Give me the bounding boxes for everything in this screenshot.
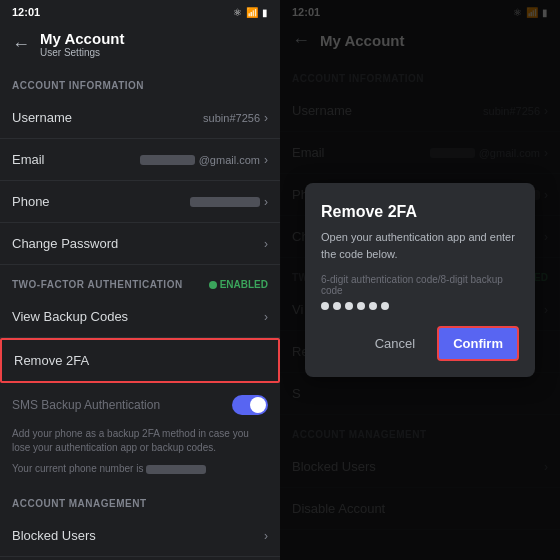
wifi-icon: 📶 [246, 7, 258, 18]
left-backup-codes-label: View Backup Codes [12, 309, 128, 324]
chevron-icon: › [264, 195, 268, 209]
chevron-icon: › [264, 310, 268, 324]
chevron-icon: › [264, 153, 268, 167]
left-2fa-badge: ENABLED [209, 279, 268, 290]
left-2fa-header: TWO-FACTOR AUTHENTICATION [12, 279, 183, 290]
input-dot-3 [345, 302, 353, 310]
enabled-dot [209, 281, 217, 289]
battery-icon: ▮ [262, 7, 268, 18]
left-top-bar: ← My Account User Settings [0, 22, 280, 66]
left-sms-description: Add your phone as a backup 2FA method in… [0, 419, 280, 459]
input-dot-1 [321, 302, 329, 310]
left-title-group: My Account User Settings [40, 30, 124, 58]
left-phone-item[interactable]: Phone › [0, 181, 280, 223]
left-username-label: Username [12, 110, 72, 125]
left-sms-item: SMS Backup Authentication [0, 383, 280, 419]
modal-body: Open your authentication app and enter t… [321, 229, 519, 262]
input-dot-5 [369, 302, 377, 310]
left-account-mgmt-header: ACCOUNT MANAGEMENT [0, 484, 280, 515]
left-username-item[interactable]: Username subin#7256 › [0, 97, 280, 139]
modal-buttons: Cancel Confirm [321, 326, 519, 361]
chevron-icon: › [264, 529, 268, 543]
left-username-value: subin#7256 › [203, 111, 268, 125]
left-blocked-users-label: Blocked Users [12, 528, 96, 543]
left-account-info-header: ACCOUNT INFORMATION [0, 66, 280, 97]
modal-input-field [321, 302, 519, 310]
left-2fa-header-row: TWO-FACTOR AUTHENTICATION ENABLED [0, 265, 280, 296]
modal-input-hint: 6-digit authentication code/8-digit back… [321, 274, 519, 296]
left-phone-value: › [190, 195, 268, 209]
left-blocked-users-item[interactable]: Blocked Users › [0, 515, 280, 557]
input-dot-4 [357, 302, 365, 310]
left-sms-toggle[interactable] [232, 395, 268, 415]
left-status-icons: ⚛ 📶 ▮ [233, 7, 268, 18]
left-phone-note: Your current phone number is [0, 459, 280, 484]
modal-title: Remove 2FA [321, 203, 519, 221]
phone-blur [190, 197, 260, 207]
chevron-icon: › [264, 237, 268, 251]
right-panel: 12:01 ⚛ 📶 ▮ ← My Account ACCOUNT INFORMA… [280, 0, 560, 560]
left-change-password-label: Change Password [12, 236, 118, 251]
left-email-value: @gmail.com › [140, 153, 268, 167]
left-backup-codes-item[interactable]: View Backup Codes › [0, 296, 280, 338]
left-status-time: 12:01 [12, 6, 40, 18]
modal-overlay: Remove 2FA Open your authentication app … [280, 0, 560, 560]
cancel-button[interactable]: Cancel [361, 326, 429, 361]
email-blur [140, 155, 195, 165]
left-page-title: My Account [40, 30, 124, 47]
left-sms-label: SMS Backup Authentication [12, 398, 160, 412]
left-panel: 12:01 ⚛ 📶 ▮ ← My Account User Settings A… [0, 0, 280, 560]
left-remove-2fa-item[interactable]: Remove 2FA [0, 338, 280, 383]
phone-blurred [146, 465, 206, 474]
chevron-icon: › [264, 111, 268, 125]
left-remove-2fa-label: Remove 2FA [14, 353, 89, 368]
confirm-button[interactable]: Confirm [437, 326, 519, 361]
input-dot-6 [381, 302, 389, 310]
input-dot-2 [333, 302, 341, 310]
left-page-subtitle: User Settings [40, 47, 124, 58]
left-back-button[interactable]: ← [12, 34, 30, 55]
left-phone-label: Phone [12, 194, 50, 209]
left-email-item[interactable]: Email @gmail.com › [0, 139, 280, 181]
left-change-password-item[interactable]: Change Password › [0, 223, 280, 265]
left-status-bar: 12:01 ⚛ 📶 ▮ [0, 0, 280, 22]
remove-2fa-modal: Remove 2FA Open your authentication app … [305, 183, 535, 377]
signal-icon: ⚛ [233, 7, 242, 18]
left-email-label: Email [12, 152, 45, 167]
left-change-password-value: › [264, 237, 268, 251]
